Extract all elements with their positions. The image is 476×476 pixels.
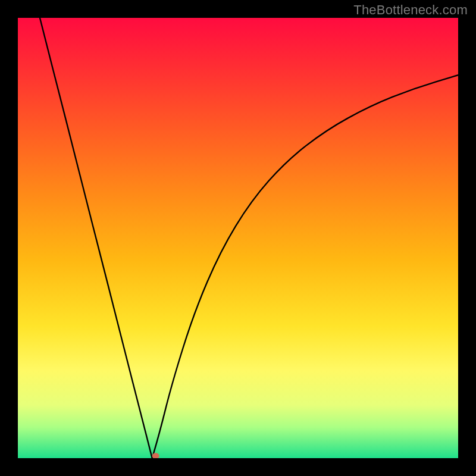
plot-area <box>18 18 458 458</box>
gradient-background <box>18 18 458 458</box>
plot-svg <box>18 18 458 458</box>
watermark-text: TheBottleneck.com <box>353 2 468 18</box>
chart-frame: TheBottleneck.com <box>0 0 476 476</box>
